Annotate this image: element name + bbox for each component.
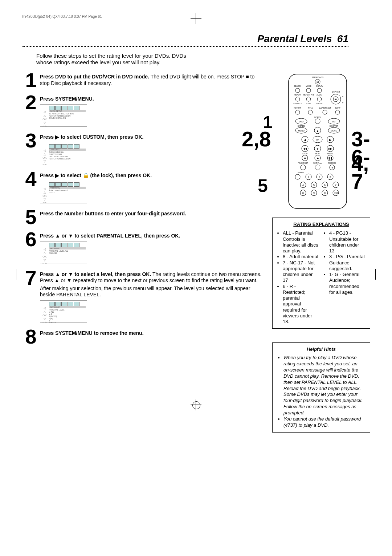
svg-text:5: 5 bbox=[313, 184, 315, 186]
svg-text:4: 4 bbox=[302, 184, 304, 186]
svg-text:▶▶: ▶▶ bbox=[328, 147, 332, 150]
svg-text:REPEAT: REPEAT bbox=[294, 94, 301, 96]
svg-text:●: ● bbox=[331, 166, 333, 169]
step-body: Press DVD to put the DVD/VCR in DVD mode… bbox=[40, 72, 264, 86]
step-6: 6Press ▲ or ▼ to select PARENTAL LEVEL, … bbox=[22, 231, 264, 264]
rating-item: 8 - Adult material bbox=[283, 254, 319, 260]
step-bold: Press ▲ or ▼ to select a level, then pre… bbox=[40, 271, 151, 277]
rating-item: ALL - Parental Controls is inactive; all… bbox=[283, 230, 319, 254]
step-body: Press SYSTEM/MENU.◁△OK▽◁□▷QUICK SETUPTV … bbox=[40, 94, 264, 127]
ratings-left-list: ALL - Parental Controls is inactive; all… bbox=[277, 230, 319, 325]
svg-text:STANDBY-ON: STANDBY-ON bbox=[312, 76, 323, 78]
hint-item: When you try to play a DVD whose rating … bbox=[283, 355, 365, 416]
intro-text: Follow these steps to set the rating lev… bbox=[36, 53, 203, 66]
hints-header: Helpful Hints bbox=[278, 346, 365, 353]
page-title: Parental Levels bbox=[257, 33, 332, 44]
svg-text:▲: ▲ bbox=[316, 129, 319, 133]
step-number: 5 bbox=[22, 209, 40, 226]
svg-text:◀: ◀ bbox=[304, 138, 306, 142]
step-3: 3Press ▶ to select CUSTOM, then press OK… bbox=[22, 133, 264, 165]
page-number: 61 bbox=[337, 33, 348, 44]
step-number: 2 bbox=[22, 94, 40, 111]
svg-text:VCR/TV: VCR/TV bbox=[314, 116, 321, 118]
svg-text:■: ■ bbox=[304, 157, 306, 159]
svg-text:❚❚: ❚❚ bbox=[328, 157, 332, 160]
svg-text:PAUSE: PAUSE bbox=[327, 153, 334, 155]
svg-text:SUBTITLE: SUBTITLE bbox=[293, 102, 302, 105]
svg-text:⏻: ⏻ bbox=[317, 81, 319, 83]
svg-text:9: 9 bbox=[313, 192, 315, 194]
svg-text:VCR: VCR bbox=[332, 121, 336, 123]
rating-explanations-box: RATING EXPLANATIONS ALL - Parental Contr… bbox=[272, 218, 370, 329]
svg-text:8: 8 bbox=[302, 192, 304, 194]
svg-text:PLAY: PLAY bbox=[315, 153, 320, 155]
step-number: 4 bbox=[22, 171, 40, 187]
svg-text:ZOOM: ZOOM bbox=[306, 102, 311, 105]
rating-item: 7 - NC-17 - Not appropriate for children… bbox=[283, 260, 319, 284]
svg-point-9 bbox=[317, 88, 322, 93]
step-body: Press ▶ to select 🔒 (the lock), then pre… bbox=[40, 171, 264, 204]
step-number: 1 bbox=[22, 72, 40, 89]
svg-text:MODE: MODE bbox=[306, 85, 312, 87]
rating-item: 3 - PG - Parental Guidance suggested. bbox=[329, 254, 366, 272]
registration-mark bbox=[11, 269, 22, 280]
svg-point-7 bbox=[295, 88, 300, 93]
rating-item: 1- G - General Audience; recommended for… bbox=[329, 272, 366, 295]
step-bold: Press ▶ to select CUSTOM, then press OK. bbox=[40, 134, 143, 140]
steps-column: 1Press DVD to put the DVD/VCR in DVD mod… bbox=[22, 72, 264, 350]
step-number: 8 bbox=[22, 329, 40, 345]
step-body: Press the Number buttons to enter your f… bbox=[40, 209, 264, 217]
header-note: H9420UD(p52-84).QX4 03.7.18 0:07 PM Page… bbox=[22, 15, 370, 19]
osd-menu: ◁△OK▽◁□▷LANGUAGEAUDIO ORIGINALSUBTITLE O… bbox=[40, 143, 87, 165]
callout-2-8: 2,8 bbox=[242, 127, 271, 151]
svg-text:▶: ▶ bbox=[329, 138, 332, 142]
svg-point-76 bbox=[295, 174, 300, 179]
step-extra: After making your selection, the previou… bbox=[40, 285, 264, 298]
svg-text:TITLE: TITLE bbox=[308, 107, 313, 109]
svg-text:DISPLAY: DISPLAY bbox=[316, 85, 323, 87]
svg-point-15 bbox=[317, 97, 322, 101]
ratings-right-list: 4 - PG13 - Unsuitable for children under… bbox=[323, 230, 366, 325]
svg-text:DISC/VCR: DISC/VCR bbox=[330, 125, 338, 127]
svg-text:6: 6 bbox=[324, 184, 326, 186]
svg-point-34 bbox=[315, 119, 320, 124]
rating-header: RATING EXPLANATIONS bbox=[277, 222, 366, 227]
hints-list: When you try to play a DVD whose rating … bbox=[278, 355, 365, 429]
step-number: 7 bbox=[22, 270, 40, 286]
step-body: Press ▶ to select CUSTOM, then press OK.… bbox=[40, 133, 264, 165]
callout-6-7: 6-7 bbox=[351, 145, 370, 194]
osd-menu: ◁△OK▽◁□▷QUICK SETUPTV ASPECT 4:3 LETTER … bbox=[40, 104, 87, 127]
registration-mark bbox=[370, 269, 381, 280]
callout-5: 5 bbox=[258, 175, 268, 196]
svg-point-30 bbox=[308, 110, 313, 114]
svg-text:VCR Plus+: VCR Plus+ bbox=[313, 162, 322, 164]
svg-text:SPEED: SPEED bbox=[298, 171, 304, 174]
svg-text:DVD: DVD bbox=[299, 121, 304, 123]
svg-text:CLEAR/RESET: CLEAR/RESET bbox=[319, 107, 331, 109]
osd-menu: ◁△OK▽◁□▷PASSWORDPARENTAL LEVEL ALLCHANGE bbox=[40, 242, 87, 264]
step-4: 4Press ▶ to select 🔒 (the lock), then pr… bbox=[22, 171, 264, 204]
svg-point-13 bbox=[295, 97, 300, 101]
svg-text:AUDIO: AUDIO bbox=[317, 94, 322, 96]
svg-text:RETURN: RETURN bbox=[294, 107, 302, 109]
hint-item: You cannot use the default password (473… bbox=[283, 416, 365, 429]
svg-text:7: 7 bbox=[335, 184, 336, 186]
step-body: Press SYSTEM/MENU to remove the menu. bbox=[40, 329, 264, 337]
step-body: Press ▲ or ▼ to select a level, then pre… bbox=[40, 270, 264, 323]
rating-item: 6 - R - Restricted; parental approval re… bbox=[283, 284, 319, 325]
step-bold: Press DVD to put the DVD/VCR in DVD mode… bbox=[40, 74, 149, 80]
svg-text:MENU: MENU bbox=[331, 130, 337, 132]
svg-text:SKIP / CH: SKIP / CH bbox=[332, 91, 340, 93]
helpful-hints-box: Helpful Hints When you try to play a DVD… bbox=[272, 342, 370, 433]
svg-point-14 bbox=[306, 97, 311, 101]
step-7: 7Press ▲ or ▼ to select a level, then pr… bbox=[22, 270, 264, 323]
step-bold: Press SYSTEM/MENU to remove the menu. bbox=[40, 330, 144, 336]
svg-text:+10: +10 bbox=[334, 192, 338, 194]
svg-point-31 bbox=[323, 110, 327, 114]
svg-text:MENU: MENU bbox=[298, 130, 305, 132]
svg-point-72 bbox=[315, 165, 320, 170]
step-number: 3 bbox=[22, 133, 40, 149]
svg-text:RECORD: RECORD bbox=[328, 162, 336, 164]
svg-point-8 bbox=[306, 88, 311, 93]
step-bold: Press ▶ to select 🔒 (the lock), then pre… bbox=[40, 173, 152, 178]
